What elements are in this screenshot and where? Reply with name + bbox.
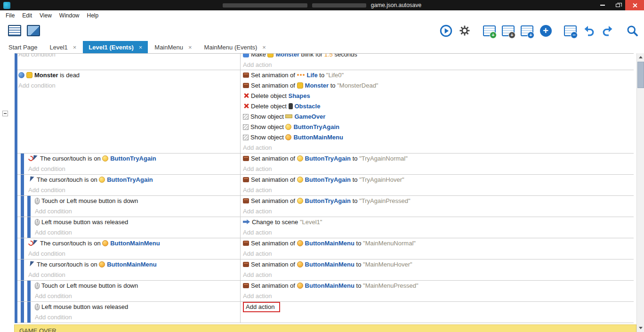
scrollbar-thumb[interactable]: [637, 62, 644, 88]
undo-icon[interactable]: [582, 24, 596, 38]
tab-level1[interactable]: Level1×: [44, 41, 82, 53]
menu-view[interactable]: View: [36, 12, 56, 19]
delete-icon: [243, 103, 249, 109]
conditions-cell[interactable]: Touch or Left mouse button is downAdd co…: [34, 281, 240, 301]
add-link[interactable]: Add condition: [18, 82, 56, 89]
add-link[interactable]: Add condition: [35, 314, 72, 321]
add-link[interactable]: Add condition: [35, 208, 72, 215]
event-row[interactable]: Touch or Left mouse button is downAdd co…: [17, 281, 634, 302]
add-link[interactable]: Add condition: [35, 229, 72, 236]
project-manager-icon[interactable]: [8, 24, 22, 38]
close-button[interactable]: [625, 0, 644, 10]
tab-mainmenu[interactable]: MainMenu×: [149, 41, 197, 53]
conditions-cell[interactable]: The cursor/touch is on ButtonTryAgainAdd…: [27, 175, 240, 195]
add-link[interactable]: Add condition: [28, 186, 65, 194]
conditions-cell[interactable]: Add condition: [17, 54, 240, 70]
tab-close-icon[interactable]: ×: [188, 44, 192, 51]
show-icon: [243, 135, 249, 140]
scroll-down-arrow[interactable]: [637, 324, 644, 332]
add-link[interactable]: Add condition: [28, 250, 65, 257]
event-text: Life: [307, 72, 318, 79]
add-link[interactable]: Add action: [243, 61, 272, 68]
menu-file[interactable]: File: [2, 12, 18, 19]
actions-cell[interactable]: Add action: [240, 302, 634, 323]
event-text: Set animation of: [251, 282, 297, 289]
play-icon[interactable]: [439, 24, 453, 38]
tab-mainmenu-events[interactable]: MainMenu (Events)×: [199, 41, 272, 53]
toggle-events-icon[interactable]: [563, 24, 577, 38]
event-row[interactable]: The cursor/touch is on ButtonMainMenuAdd…: [17, 238, 634, 259]
actions-cell[interactable]: Set animation of ButtonMainMenu to "Main…: [240, 238, 634, 259]
indent-guide-bar: [21, 196, 24, 217]
add-action-highlighted[interactable]: Add action: [243, 302, 280, 312]
tab-close-icon[interactable]: ×: [139, 44, 143, 51]
actions-cell[interactable]: Set animation of ButtonMainMenu to "Main…: [240, 281, 634, 301]
event-row[interactable]: Add conditionMake Monster blink for 1.5 …: [17, 54, 634, 70]
event-text: seconds: [333, 54, 357, 58]
conditions-cell[interactable]: Left mouse button was releasedAdd condit…: [34, 302, 240, 323]
actions-cell[interactable]: Change to scene "Level1"Add action: [240, 217, 634, 238]
condition-line: Add condition: [35, 291, 240, 301]
add-link[interactable]: Add action: [243, 165, 272, 172]
event-row[interactable]: Monster is deadAdd conditionSet animatio…: [17, 70, 634, 154]
add-link[interactable]: Add condition: [28, 271, 65, 278]
indent-guides: [17, 196, 31, 217]
search-icon[interactable]: [625, 24, 639, 38]
debug-icon[interactable]: [458, 24, 472, 38]
tab-level1-events[interactable]: Level1 (Events)×: [83, 41, 148, 53]
gdevelop-window: { "window": { "title": "game.json.autosa…: [0, 0, 644, 332]
conditions-cell[interactable]: The cursor/touch is on ButtonMainMenuAdd…: [27, 259, 240, 280]
collapse-toggle[interactable]: [2, 111, 8, 116]
add-subevent-icon[interactable]: [501, 24, 515, 38]
conditions-cell[interactable]: Left mouse button was releasedAdd condit…: [34, 217, 240, 238]
actions-cell[interactable]: Make Monster blink for 1.5 secondsAdd ac…: [240, 54, 634, 70]
event-row[interactable]: The cursor/touch is on ButtonTryAgainAdd…: [17, 154, 634, 175]
conditions-cell[interactable]: Monster is deadAdd condition: [17, 70, 240, 153]
actions-cell[interactable]: Set animation of Life to "Life0"Set anim…: [240, 70, 634, 153]
menu-window[interactable]: Window: [56, 12, 83, 19]
minimize-button[interactable]: [595, 0, 610, 10]
add-link[interactable]: Add action: [243, 292, 272, 300]
comment-row[interactable]: GAME OVER: [14, 324, 636, 332]
event-row[interactable]: Left mouse button was releasedAdd condit…: [17, 302, 634, 323]
vertical-scrollbar[interactable]: [636, 53, 644, 332]
add-comment-icon[interactable]: [520, 24, 534, 38]
add-link[interactable]: Add action: [243, 208, 272, 215]
add-link[interactable]: Add action: [243, 186, 272, 194]
event-row[interactable]: Left mouse button was releasedAdd condit…: [17, 217, 634, 238]
event-row[interactable]: Touch or Left mouse button is downAdd co…: [17, 196, 634, 217]
menu-help[interactable]: Help: [83, 12, 103, 19]
add-link[interactable]: Add action: [243, 250, 272, 257]
event-text: ButtonMainMenu: [107, 261, 156, 268]
actions-cell[interactable]: Set animation of ButtonTryAgain to "TryA…: [240, 175, 634, 195]
event-text: ButtonMainMenu: [305, 240, 354, 247]
button-icon: [297, 177, 303, 183]
add-link[interactable]: Add condition: [18, 54, 56, 58]
add-link[interactable]: Add condition: [28, 165, 65, 172]
event-row[interactable]: The cursor/touch is on ButtonMainMenuAdd…: [17, 259, 634, 281]
tab-start-page[interactable]: Start Page: [3, 41, 43, 53]
redo-icon[interactable]: [601, 24, 615, 38]
event-row[interactable]: The cursor/touch is on ButtonTryAgainAdd…: [17, 175, 634, 196]
actions-cell[interactable]: Set animation of ButtonMainMenu to "Main…: [240, 259, 634, 280]
maximize-button[interactable]: [610, 0, 625, 10]
action-line: Add action: [243, 60, 634, 70]
circle-plus-icon[interactable]: [539, 24, 553, 38]
scene-editor-icon[interactable]: [26, 24, 40, 38]
conditions-cell[interactable]: The cursor/touch is on ButtonMainMenuAdd…: [27, 238, 240, 259]
menu-edit[interactable]: Edit: [18, 12, 36, 19]
add-event-icon[interactable]: [482, 24, 496, 38]
conditions-cell[interactable]: The cursor/touch is on ButtonTryAgainAdd…: [27, 154, 240, 174]
actions-cell[interactable]: Set animation of ButtonTryAgain to "TryA…: [240, 154, 634, 174]
add-link[interactable]: Add action: [243, 229, 272, 236]
conditions-cell[interactable]: Touch or Left mouse button is downAdd co…: [34, 196, 240, 217]
animation-icon: [243, 83, 249, 88]
add-link[interactable]: Add action: [243, 271, 272, 278]
animation-icon: [243, 262, 249, 267]
tab-close-icon[interactable]: ×: [262, 44, 266, 51]
scroll-up-arrow[interactable]: [637, 53, 644, 61]
add-link[interactable]: Add action: [243, 144, 272, 151]
actions-cell[interactable]: Set animation of ButtonTryAgain to "TryA…: [240, 196, 634, 217]
tab-close-icon[interactable]: ×: [73, 44, 77, 51]
add-link[interactable]: Add condition: [35, 292, 72, 300]
